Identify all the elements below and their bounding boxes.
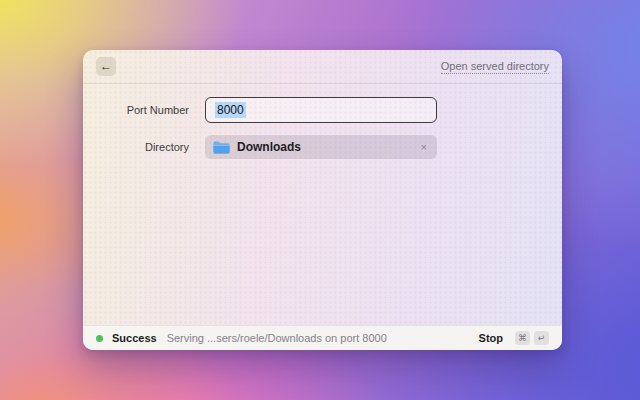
status-label: Success: [112, 332, 157, 344]
port-label: Port Number: [83, 104, 189, 116]
status-bar: Success Serving ...sers/roele/Downloads …: [83, 325, 562, 350]
status-dot-icon: [96, 335, 103, 342]
directory-label: Directory: [83, 141, 189, 153]
window-header: ← Open served directory: [83, 50, 562, 84]
port-row: Port Number 8000: [83, 97, 562, 123]
directory-field[interactable]: Downloads ×: [205, 135, 437, 159]
port-input[interactable]: 8000: [205, 97, 437, 123]
folder-icon: [213, 141, 230, 154]
directory-value: Downloads: [237, 140, 301, 154]
form-area: Port Number 8000 Directory: [83, 84, 562, 325]
open-served-directory-link[interactable]: Open served directory: [441, 60, 549, 74]
status-message: Serving ...sers/roele/Downloads on port …: [167, 332, 387, 344]
port-value-selected-text: 8000: [215, 102, 246, 118]
stop-button[interactable]: Stop: [479, 332, 503, 344]
clear-directory-icon[interactable]: ×: [419, 140, 429, 155]
server-window: ← Open served directory Port Number 8000…: [83, 50, 562, 350]
command-key-icon: ⌘: [515, 331, 530, 345]
directory-row: Directory Downloads ×: [83, 135, 562, 159]
back-button[interactable]: ←: [96, 57, 116, 76]
return-key-icon: ↵: [534, 331, 549, 345]
